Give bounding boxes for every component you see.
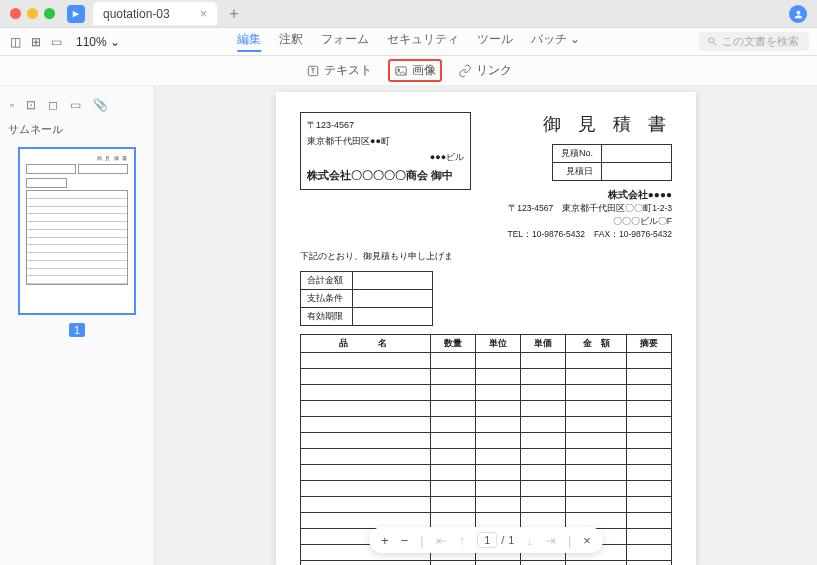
sidebar: ▫ ⊡ ◻ ▭ 📎 サムネール 御 見 積 書 1 <box>0 86 155 565</box>
tab-security[interactable]: セキュリティ <box>387 31 459 52</box>
image-tool[interactable]: 画像 <box>388 59 442 82</box>
comments-icon[interactable]: ⊡ <box>26 98 36 112</box>
workspace: ▫ ⊡ ◻ ▭ 📎 サムネール 御 見 積 書 1 〒123-4 <box>0 86 817 565</box>
close-pager-button[interactable]: × <box>583 533 591 548</box>
table-row <box>301 385 672 401</box>
table-row <box>301 497 672 513</box>
sender-block: 株式会社●●●● 〒123-4567 東京都千代田区〇〇町1-2-3 〇〇〇ビル… <box>493 187 672 240</box>
link-tool[interactable]: リンク <box>452 59 518 82</box>
minimize-window-button[interactable] <box>27 8 38 19</box>
search-placeholder: この文書を検索 <box>722 34 799 49</box>
zoom-in-button[interactable]: + <box>381 533 389 548</box>
table-row <box>301 465 672 481</box>
page-total: 1 <box>508 534 514 546</box>
thumbnail-page-number: 1 <box>69 323 85 337</box>
main-toolbar: ◫ ⊞ ▭ 110% ⌄ 編集 注釈 フォーム セキュリティ ツール バッチ ⌄… <box>0 28 817 56</box>
single-view-icon[interactable]: ▭ <box>51 35 62 49</box>
layers-icon[interactable]: ▭ <box>70 98 81 112</box>
zoom-dropdown[interactable]: 110% ⌄ <box>76 35 120 49</box>
document-title: 御 見 積 書 <box>493 112 672 136</box>
tab-form[interactable]: フォーム <box>321 31 369 52</box>
document-page[interactable]: 〒123-4567 東京都千代田区●●町 ●●●ビル 株式会社〇〇〇〇〇商会 御… <box>276 92 696 565</box>
table-row <box>301 417 672 433</box>
edit-subtools: テキスト 画像 リンク <box>0 56 817 86</box>
bookmark-icon[interactable]: ◻ <box>48 98 58 112</box>
tab-title: quotation-03 <box>103 7 170 21</box>
document-tab[interactable]: quotation-03 × <box>93 2 217 25</box>
zoom-out-button[interactable]: − <box>401 533 409 548</box>
sidebar-toggle-icon[interactable]: ◫ <box>10 35 21 49</box>
page-current-input[interactable]: 1 <box>477 532 497 548</box>
thumbnails-icon[interactable]: ▫ <box>10 98 14 112</box>
chevron-down-icon: ⌄ <box>110 35 120 49</box>
search-icon <box>707 36 718 47</box>
meta-table: 見積No. 見積日 <box>552 144 672 181</box>
text-icon <box>306 64 320 78</box>
main-tabs: 編集 注釈 フォーム セキュリティ ツール バッチ ⌄ <box>237 31 580 52</box>
page-thumbnail[interactable]: 御 見 積 書 <box>18 147 136 315</box>
recipient-box: 〒123-4567 東京都千代田区●●町 ●●●ビル 株式会社〇〇〇〇〇商会 御… <box>300 112 471 190</box>
last-page-button[interactable]: ⇥ <box>545 533 556 548</box>
tab-edit[interactable]: 編集 <box>237 31 261 52</box>
tab-close-icon[interactable]: × <box>200 6 208 21</box>
table-row <box>301 481 672 497</box>
prev-page-button[interactable]: ↑ <box>459 533 466 548</box>
tab-batch[interactable]: バッチ ⌄ <box>531 31 580 52</box>
separator: | <box>420 533 423 548</box>
view-mode-icons: ◫ ⊞ ▭ <box>10 35 62 49</box>
chevron-down-icon: ⌄ <box>570 32 580 46</box>
first-page-button[interactable]: ⇤ <box>436 533 447 548</box>
window-controls <box>10 8 55 19</box>
new-tab-button[interactable]: + <box>229 5 238 23</box>
page-navigator: + − | ⇤ ↑ 1 / 1 ↓ ⇥ | × <box>369 527 603 553</box>
tab-tools[interactable]: ツール <box>477 31 513 52</box>
titlebar: ▸ quotation-03 × + <box>0 0 817 28</box>
tab-annotate[interactable]: 注釈 <box>279 31 303 52</box>
table-row <box>301 401 672 417</box>
thumbnails-label: サムネール <box>8 122 146 137</box>
table-row <box>301 433 672 449</box>
document-canvas[interactable]: 〒123-4567 東京都千代田区●●町 ●●●ビル 株式会社〇〇〇〇〇商会 御… <box>155 86 817 565</box>
table-row <box>301 561 672 565</box>
table-row <box>301 449 672 465</box>
summary-table: 合計金額 支払条件 有効期限 <box>300 271 433 326</box>
attachments-icon[interactable]: 📎 <box>93 98 108 112</box>
grid-view-icon[interactable]: ⊞ <box>31 35 41 49</box>
intro-text: 下記のとおり、御見積もり申し上げま <box>300 250 672 263</box>
user-avatar[interactable] <box>789 5 807 23</box>
text-tool[interactable]: テキスト <box>300 59 378 82</box>
table-row <box>301 353 672 369</box>
sidebar-tools: ▫ ⊡ ◻ ▭ 📎 <box>8 94 146 122</box>
close-window-button[interactable] <box>10 8 21 19</box>
app-icon: ▸ <box>67 5 85 23</box>
search-input[interactable]: この文書を検索 <box>699 32 809 51</box>
separator: | <box>568 533 571 548</box>
zoom-value: 110% <box>76 35 107 49</box>
page-indicator: 1 / 1 <box>477 532 514 548</box>
next-page-button[interactable]: ↓ <box>526 533 533 548</box>
maximize-window-button[interactable] <box>44 8 55 19</box>
image-icon <box>394 64 408 78</box>
table-row <box>301 369 672 385</box>
link-icon <box>458 64 472 78</box>
